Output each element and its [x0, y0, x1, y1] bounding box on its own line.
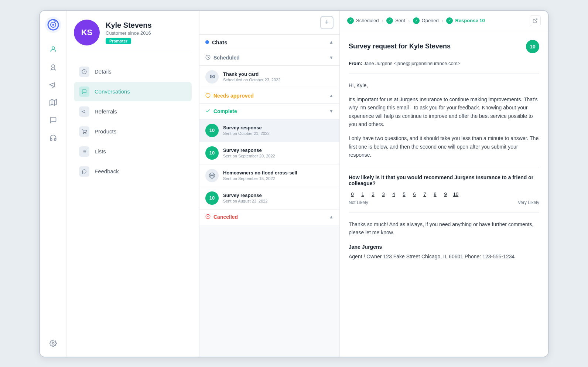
closing-text: Thanks so much! And as always, if you ne… [349, 220, 539, 237]
profile-since: Customer since 2016 [106, 30, 152, 36]
products-icon [79, 126, 89, 137]
cancelled-label: Cancelled [213, 214, 238, 220]
details-icon [79, 67, 89, 77]
homeowners-details: Homeowners no flood cross-sell Sent on S… [223, 170, 334, 181]
app-logo[interactable] [45, 17, 61, 33]
breadcrumb-response-label: Response 10 [455, 18, 485, 23]
referrals-icon [79, 106, 89, 117]
list-item[interactable]: 10 Survey response Sent on October 21, 2… [199, 119, 339, 142]
svg-line-30 [535, 18, 537, 21]
sig-name: Jane Jurgens [349, 242, 539, 252]
thank-you-card-title: Thank you card [223, 71, 334, 77]
homeowners-date: Sent on September 15, 2022 [223, 176, 334, 181]
needs-approved-warning-icon [205, 93, 211, 99]
nps-very-likely-label: Very Likely [518, 200, 539, 205]
survey-response-1-details: Survey response Sent on October 21, 2022 [223, 125, 334, 136]
nps-question: How likely is it that you would recommen… [349, 174, 539, 186]
list-item[interactable]: Homeowners no flood cross-sell Sent on S… [199, 164, 339, 187]
chats-section-header[interactable]: Chats ▲ [199, 35, 339, 50]
from-line: From: Jane Jurgens <jane@jurgensinsuranc… [349, 61, 539, 66]
nps-3[interactable]: 3 [380, 191, 387, 197]
homeowners-title: Homeowners no flood cross-sell [223, 170, 334, 176]
nav-gear-icon[interactable] [46, 336, 61, 351]
breadcrumb-sent-label: Sent [395, 18, 405, 23]
nav-headset-icon[interactable] [46, 130, 61, 145]
survey-title: Survey request for Kyle Stevens [349, 43, 451, 50]
complete-label: Complete [213, 108, 237, 114]
menu-item-referrals[interactable]: Referrals [74, 102, 192, 121]
needs-approved-section-header[interactable]: Needs approved ▲ [199, 88, 339, 104]
svg-marker-7 [49, 99, 56, 105]
list-item[interactable]: 10 Survey response Sent on August 23, 20… [199, 187, 339, 210]
nav-sidebar [40, 11, 66, 357]
sig-phone: Phone: 123-555-1234 [465, 254, 514, 259]
nps-2[interactable]: 2 [369, 191, 377, 197]
menu-item-conversations[interactable]: Conversations [74, 82, 192, 101]
nps-labels: Not Likely Very Likely [349, 200, 539, 205]
nav-map-icon[interactable] [46, 95, 61, 110]
sig-title: Agent / Owner [349, 254, 382, 259]
svg-point-26 [211, 175, 212, 176]
from-value: Jane Jurgens <jane@jurgensinsurance.com> [363, 61, 460, 66]
thank-you-card-date: Scheduled on October 23, 2022 [223, 78, 334, 82]
menu-item-details[interactable]: Details [74, 62, 192, 81]
nav-person-icon[interactable] [46, 42, 61, 57]
conversations-scroll: Chats ▲ Scheduled ▼ ✉ [199, 35, 339, 357]
list-item[interactable]: 10 Survey response Sent on September 20,… [199, 142, 339, 164]
menu-item-products[interactable]: Products [74, 122, 192, 141]
detail-header: ✓ Scheduled › ✓ Sent › ✓ Opened › ✓ Resp… [340, 11, 548, 31]
nps-9[interactable]: 9 [442, 191, 449, 197]
breadcrumb-sep-2: › [408, 18, 410, 24]
nps-1[interactable]: 1 [359, 191, 366, 197]
svg-point-10 [52, 342, 54, 344]
svg-point-14 [83, 133, 84, 133]
signature: Jane Jurgens Agent / Owner 123 Fake Stre… [349, 242, 539, 261]
nav-megaphone-icon[interactable] [46, 77, 61, 92]
nps-7[interactable]: 7 [421, 191, 428, 197]
needs-approved-label: Needs approved [213, 93, 254, 99]
menu-item-feedback[interactable]: Feedback [74, 162, 192, 181]
survey-response-2-badge: 10 [205, 146, 219, 160]
nav-award-icon[interactable] [46, 60, 61, 74]
response-check-icon: ✓ [446, 17, 453, 24]
conv-header: + [199, 11, 339, 35]
menu-item-lists[interactable]: Lists [74, 142, 192, 161]
sig-address: 123 Fake Street [383, 254, 420, 259]
external-link-button[interactable] [530, 15, 541, 26]
from-label: From: [349, 61, 362, 66]
homeowners-spiral-icon [205, 169, 219, 182]
body-p2: I only have two questions, and it should… [349, 134, 539, 159]
thank-you-card-icon: ✉ [205, 70, 219, 84]
complete-title: Complete [205, 108, 237, 115]
survey-response-2-title: Survey response [223, 147, 334, 153]
scheduled-clock-icon [205, 55, 211, 61]
menu-referrals-label: Referrals [95, 108, 117, 115]
promoter-badge: Promoter [106, 38, 131, 44]
detail-content: Survey request for Kyle Stevens 10 From:… [340, 31, 548, 357]
profile-name: Kyle Stevens [106, 21, 152, 30]
nav-chat-icon[interactable] [46, 113, 61, 128]
svg-point-6 [51, 65, 54, 68]
profile-panel: KS Kyle Stevens Customer since 2016 Prom… [66, 11, 199, 357]
sig-city: Chicago, IL 60601 [421, 254, 463, 259]
complete-check-icon [205, 108, 211, 115]
nps-5[interactable]: 5 [400, 191, 408, 197]
cancelled-section-header[interactable]: Cancelled ▲ [199, 210, 339, 225]
chats-label: Chats [212, 39, 228, 45]
scheduled-section-header[interactable]: Scheduled ▼ [199, 50, 339, 66]
opened-check-icon: ✓ [413, 17, 420, 24]
survey-title-row: Survey request for Kyle Stevens 10 [349, 40, 539, 53]
chats-title: Chats [205, 39, 228, 45]
nps-10[interactable]: 10 [452, 191, 459, 197]
complete-section-header[interactable]: Complete ▼ [199, 104, 339, 119]
nps-0[interactable]: 0 [349, 191, 356, 197]
add-conversation-button[interactable]: + [320, 16, 334, 29]
nps-8[interactable]: 8 [431, 191, 439, 197]
list-item[interactable]: ✉ Thank you card Scheduled on October 23… [199, 66, 339, 88]
closing-body: Thanks so much! And as always, if you ne… [349, 220, 539, 237]
menu-details-label: Details [95, 68, 112, 75]
cancelled-title: Cancelled [205, 214, 238, 220]
nps-6[interactable]: 6 [411, 191, 418, 197]
survey-response-1-badge: 10 [205, 124, 219, 137]
nps-4[interactable]: 4 [390, 191, 397, 197]
